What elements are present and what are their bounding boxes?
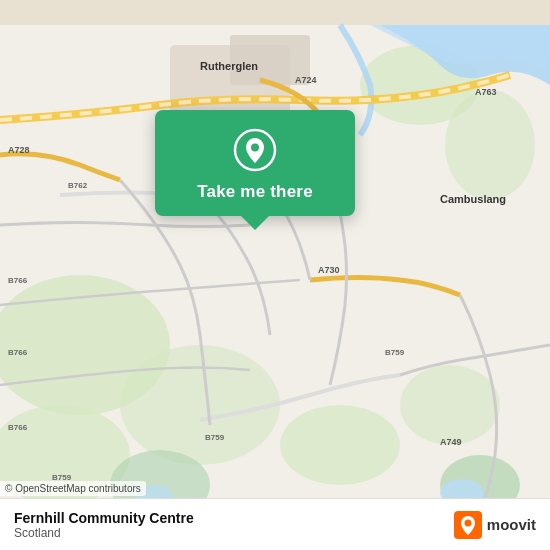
moovit-logo[interactable]: moovit: [454, 511, 536, 539]
svg-text:B766: B766: [8, 276, 28, 285]
svg-text:Cambuslang: Cambuslang: [440, 193, 506, 205]
svg-text:A749: A749: [440, 437, 462, 447]
svg-point-5: [400, 365, 500, 445]
svg-point-30: [251, 144, 259, 152]
svg-point-9: [445, 90, 535, 200]
map-background: A728 B762 A724 A763 B766 B766 B766 A730 …: [0, 0, 550, 550]
svg-point-4: [280, 405, 400, 485]
svg-text:A763: A763: [475, 87, 497, 97]
location-info: Fernhill Community Centre Scotland: [14, 510, 194, 540]
location-name: Fernhill Community Centre: [14, 510, 194, 526]
svg-text:A724: A724: [295, 75, 317, 85]
svg-text:B762: B762: [68, 181, 88, 190]
take-me-there-label: Take me there: [197, 182, 313, 202]
svg-point-32: [464, 519, 471, 526]
svg-text:B759: B759: [385, 348, 405, 357]
svg-text:B766: B766: [8, 348, 28, 357]
location-region: Scotland: [14, 526, 194, 540]
take-me-there-button[interactable]: Take me there: [155, 110, 355, 216]
svg-text:A730: A730: [318, 265, 340, 275]
map-container: A728 B762 A724 A763 B766 B766 B766 A730 …: [0, 0, 550, 550]
svg-text:B766: B766: [8, 423, 28, 432]
osm-attribution: © OpenStreetMap contributors: [0, 481, 146, 496]
svg-text:Rutherglen: Rutherglen: [200, 60, 258, 72]
bottom-bar: Fernhill Community Centre Scotland moovi…: [0, 498, 550, 550]
svg-text:A728: A728: [8, 145, 30, 155]
location-pin-icon: [233, 128, 277, 172]
svg-text:B759: B759: [205, 433, 225, 442]
moovit-text: moovit: [487, 516, 536, 533]
moovit-icon: [454, 511, 482, 539]
svg-point-3: [120, 345, 280, 465]
